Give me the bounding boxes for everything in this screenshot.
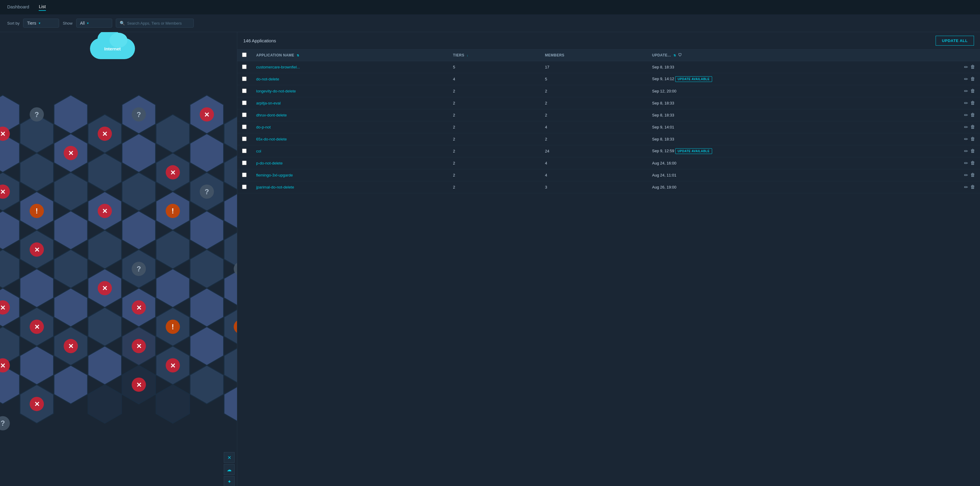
col-app-name[interactable]: Application Name ⇅ — [251, 49, 448, 61]
app-name-link-10[interactable]: jparimal-do-not-delete — [256, 185, 294, 190]
row-checkbox-7 — [237, 145, 251, 157]
row-actions-3: ✏ 🗑 — [904, 97, 980, 109]
svg-text:✕: ✕ — [204, 111, 209, 119]
row-app-name-8: p-do-not-delete — [251, 157, 448, 169]
app-name-link-2[interactable]: longevity-do-not-delete — [256, 89, 296, 93]
delete-icon-9[interactable]: 🗑 — [970, 172, 975, 178]
app-name-link-8[interactable]: p-do-not-delete — [256, 161, 283, 166]
sort-by-select[interactable]: Tiers ▾ — [23, 19, 59, 28]
row-actions-1: ✏ 🗑 — [904, 73, 980, 85]
edit-icon-10[interactable]: ✏ — [964, 184, 968, 190]
svg-text:✕: ✕ — [68, 343, 73, 350]
row-select-3[interactable] — [242, 100, 247, 105]
row-select-10[interactable] — [242, 185, 247, 189]
app-name-link-1[interactable]: do-not-delete — [256, 77, 279, 81]
map-close-btn[interactable]: ✕ — [224, 452, 235, 463]
delete-icon-8[interactable]: 🗑 — [970, 160, 975, 166]
search-input[interactable] — [127, 21, 190, 25]
update-all-button[interactable]: UPDATE ALL — [935, 36, 974, 46]
update-sort-icon: ⇅ — [673, 54, 676, 57]
delete-icon-3[interactable]: 🗑 — [970, 100, 975, 106]
row-members-7: 24 — [540, 145, 648, 157]
row-updated-6: Sep 8, 18:33 — [648, 133, 904, 145]
nav-list[interactable]: List — [39, 4, 46, 11]
row-select-2[interactable] — [242, 89, 247, 93]
app-name-link-4[interactable]: dhruv-dont-delete — [256, 113, 287, 117]
svg-text:✕: ✕ — [0, 362, 5, 370]
row-checkbox-3 — [237, 97, 251, 109]
row-select-9[interactable] — [242, 173, 247, 177]
update-filter-icon[interactable]: ⛉ — [678, 53, 682, 57]
row-updated-7: Sep 9, 12:59 UPDATE AVAILABLE — [648, 145, 904, 157]
delete-icon-1[interactable]: 🗑 — [970, 76, 975, 82]
delete-icon-10[interactable]: 🗑 — [970, 184, 975, 190]
svg-text:?: ? — [137, 265, 141, 273]
map-settings-btn[interactable]: ✦ — [224, 476, 235, 486]
row-checkbox-0 — [237, 61, 251, 73]
app-name-link-3[interactable]: arpitja-sn-eval — [256, 101, 281, 105]
update-available-badge-1[interactable]: UPDATE AVAILABLE — [675, 76, 712, 82]
list-header: 146 Applications UPDATE ALL — [237, 32, 980, 49]
svg-text:✕: ✕ — [0, 130, 5, 138]
col-tiers[interactable]: Tiers ↓ — [448, 49, 540, 61]
row-select-7[interactable] — [242, 148, 247, 153]
app-table: Application Name ⇅ Tiers ↓ Members Updat… — [237, 49, 980, 486]
row-actions-7: ✏ 🗑 — [904, 145, 980, 157]
delete-icon-4[interactable]: 🗑 — [970, 112, 975, 118]
delete-icon-5[interactable]: 🗑 — [970, 124, 975, 130]
row-updated-8: Aug 24, 16:00 — [648, 157, 904, 169]
update-available-badge-7[interactable]: UPDATE AVAILABLE — [675, 148, 712, 154]
row-tiers-1: 4 — [448, 73, 540, 85]
edit-icon-5[interactable]: ✏ — [964, 124, 968, 130]
delete-icon-6[interactable]: 🗑 — [970, 136, 975, 142]
row-select-1[interactable] — [242, 76, 247, 81]
row-select-0[interactable] — [242, 65, 247, 69]
delete-icon-7[interactable]: 🗑 — [970, 148, 975, 154]
delete-icon-2[interactable]: 🗑 — [970, 88, 975, 94]
edit-icon-4[interactable]: ✏ — [964, 112, 968, 118]
row-tiers-0: 5 — [448, 61, 540, 73]
show-select[interactable]: All ▾ — [76, 19, 112, 28]
table-row: longevity-do-not-delete 2 2 Sep 12, 20:0… — [237, 85, 980, 97]
svg-text:✕: ✕ — [102, 207, 107, 215]
search-box[interactable]: 🔍 — [116, 19, 194, 28]
col-updated[interactable]: Update... ⇅ ⛉ — [648, 49, 904, 61]
row-updated-10: Aug 26, 19:00 — [648, 181, 904, 193]
delete-icon-0[interactable]: 🗑 — [970, 64, 975, 70]
edit-icon-6[interactable]: ✏ — [964, 136, 968, 142]
row-tiers-6: 2 — [448, 133, 540, 145]
svg-text:?: ? — [1, 419, 5, 427]
edit-icon-3[interactable]: ✏ — [964, 100, 968, 106]
row-select-4[interactable] — [242, 113, 247, 117]
app-name-link-0[interactable]: customercare-brownfiel... — [256, 65, 300, 69]
table-row: arpitja-sn-eval 2 2 Sep 8, 18:33 ✏ 🗑 — [237, 97, 980, 109]
edit-icon-7[interactable]: ✏ — [964, 148, 968, 154]
edit-icon-9[interactable]: ✏ — [964, 172, 968, 178]
search-icon: 🔍 — [120, 21, 125, 25]
app-name-sort-icon: ⇅ — [297, 54, 299, 57]
edit-icon-8[interactable]: ✏ — [964, 160, 968, 166]
row-actions-6: ✏ 🗑 — [904, 133, 980, 145]
edit-icon-1[interactable]: ✏ — [964, 76, 968, 82]
svg-text:✕: ✕ — [102, 130, 107, 138]
row-select-8[interactable] — [242, 161, 247, 165]
map-cloud-btn[interactable]: ☁ — [224, 464, 235, 475]
select-all-checkbox[interactable] — [242, 53, 247, 57]
row-checkbox-8 — [237, 157, 251, 169]
edit-icon-0[interactable]: ✏ — [964, 64, 968, 70]
app-name-link-9[interactable]: flemingo-3xl-upgarde — [256, 173, 293, 177]
main-layout: Internet — [0, 32, 980, 486]
tiers-sort-icon: ↓ — [467, 54, 469, 57]
top-nav: Dashboard List — [0, 0, 980, 14]
app-name-link-5[interactable]: do-p-not — [256, 125, 270, 129]
row-updated-4: Sep 8, 18:33 — [648, 109, 904, 121]
nav-dashboard[interactable]: Dashboard — [7, 4, 29, 11]
show-chevron-icon: ▾ — [87, 21, 89, 25]
row-select-6[interactable] — [242, 137, 247, 141]
app-name-link-6[interactable]: 65x-do-not-delete — [256, 137, 287, 142]
row-tiers-9: 2 — [448, 169, 540, 181]
row-checkbox-6 — [237, 133, 251, 145]
edit-icon-2[interactable]: ✏ — [964, 88, 968, 94]
row-select-5[interactable] — [242, 124, 247, 129]
app-name-link-7[interactable]: col — [256, 149, 261, 153]
